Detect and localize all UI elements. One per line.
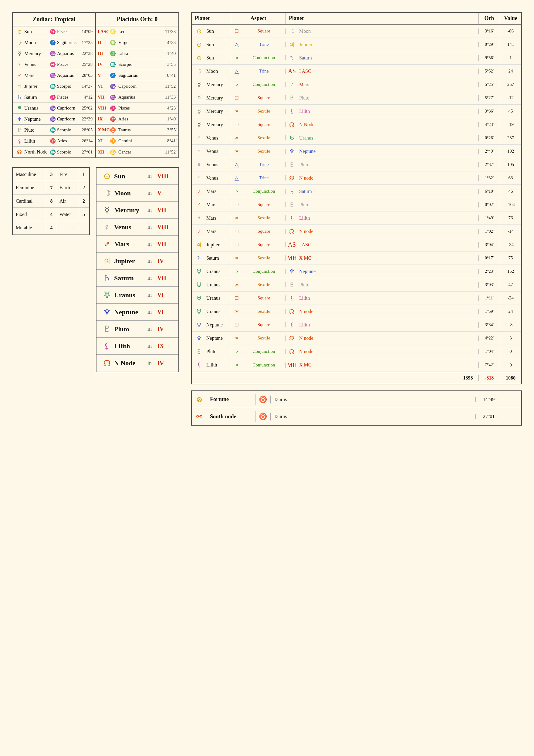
fortune-row: ⚯ South node ♉ Taurus 27°01' (192, 408, 521, 425)
asp-p2-name: Mars (298, 82, 479, 87)
sign-symbol: ♓ (48, 62, 57, 68)
zodiac-house-row: I ASC ♌ Leo 11°33' (96, 26, 178, 37)
aspect-row: ☿ Mercury □ Square ♇ Pluto 5°27' -12 (192, 91, 521, 105)
sign-symbol: ♒ (48, 72, 57, 78)
asp-p2-symbol: ☊ (286, 348, 298, 355)
asp-p2-symbol: ☊ (286, 175, 298, 182)
house-sign-name: Aquarius (118, 94, 160, 100)
modality-count: 3 (46, 170, 57, 179)
house-label: XII (98, 149, 110, 155)
asp-header-planet2: Planet (286, 13, 479, 24)
zodiac-houses: I ASC ♌ Leo 11°33' II ♍ Virgo 4°23' III … (96, 26, 178, 157)
ph-symbol: ♇ (99, 324, 114, 334)
sign-symbol: ♈ (48, 138, 57, 144)
house-sign-name: Virgo (118, 40, 160, 45)
right-column: Planet Aspect Planet Orb Value ⊙ Sun □ S… (191, 12, 522, 426)
asp-p1-symbol: ⊙ (192, 41, 205, 48)
asp-value: 0 (500, 361, 521, 369)
sign-symbol: ♓ (48, 29, 57, 35)
asp-symbol: □ (231, 228, 242, 234)
zodiac-house-row: VIII ♓ Pisces 4°23' (96, 103, 178, 114)
house-degree: 3°55' (160, 62, 176, 67)
house-label: IV (98, 62, 110, 67)
modality-count: 4 (46, 210, 57, 219)
house-label: I ASC (98, 29, 110, 34)
asp-p1-name: Venus (205, 135, 231, 141)
asp-name: Sextile (242, 215, 286, 221)
asp-p2-name: Lilith (298, 322, 479, 328)
asp-symbol: △ (231, 68, 242, 75)
planet-house-row: ♄ Saturn in VII (96, 270, 178, 287)
asp-symbol: ✶ (231, 308, 242, 315)
zodiac-planet-row: ☊ North Node ♏ Scorpio 27°01' (13, 147, 95, 157)
asp-name: Conjunction (242, 363, 286, 368)
planet-symbol: ☽ (14, 40, 24, 46)
planet-house-row: ♃ Jupiter in IV (96, 253, 178, 270)
ph-symbol: ♆ (99, 307, 114, 317)
planet-name: Venus (24, 62, 48, 68)
asp-name: Sextile (242, 256, 286, 260)
zodiac-planet-row: ⊙ Sun ♓ Pisces 14°09' (13, 26, 95, 37)
asp-p2-symbol: ⚸ (286, 321, 298, 329)
ph-name: Moon (114, 189, 147, 197)
asp-p1-name: Mars (205, 189, 231, 194)
modality-row: Feminine 7 Earth 2 (13, 181, 89, 195)
asp-symbol: □ (231, 28, 242, 34)
asp-p1-symbol: ♆ (192, 321, 205, 329)
zodiac-planet-row: ♀ Venus ♓ Pisces 25°28' (13, 59, 95, 70)
house-sign-name: Capricorn (118, 84, 160, 89)
asp-p1-symbol: ♂ (192, 228, 205, 235)
asp-p1-name: Pluto (205, 349, 231, 354)
ph-name: Venus (114, 223, 147, 231)
asp-orb: 0°26' (479, 134, 500, 142)
asp-p2-symbol: ☊ (286, 335, 298, 342)
zodiac-house-row: VII ♒ Aquarius 11°33' (96, 92, 178, 103)
sign-name: Capricorn (57, 106, 77, 111)
house-sign-name: Libra (118, 51, 160, 56)
sign-symbol: ♓ (48, 94, 57, 100)
planet-degree: 28°03' (77, 73, 93, 78)
house-sign-name: Taurus (118, 127, 160, 133)
asp-orb: 5°27' (479, 94, 500, 102)
modality-table: Masculine 3 Fire 1 Feminine 7 Earth 2 Ca… (12, 167, 90, 235)
asp-p1-name: Uranus (205, 282, 231, 287)
zodiac-planet-row: ♆ Neptune ♑ Capricorn 22°39' (13, 114, 95, 125)
modality-label: Mutable (13, 223, 46, 232)
element-label (57, 226, 78, 230)
ph-in: in (147, 343, 157, 349)
asp-value: 47 (500, 281, 521, 288)
planet-name: Jupiter (24, 84, 48, 89)
asp-symbol: ✶ (231, 148, 242, 155)
fortune-sign-sym: ♉ (255, 395, 271, 403)
planet-symbol: ☊ (14, 148, 24, 155)
asp-p1-symbol: ⚸ (192, 361, 205, 368)
asp-value: -12 (500, 94, 521, 102)
fortune-degree: 14°49' (476, 397, 503, 402)
asp-name: Sextile (242, 309, 286, 314)
asp-p2-name: Neptune (298, 148, 479, 154)
planet-name: North Node (24, 149, 48, 155)
asp-p1-symbol: ♆ (192, 335, 205, 342)
ph-in: in (147, 360, 157, 366)
asp-header-aspect: Aspect (231, 13, 286, 24)
asp-orb: 3°34' (479, 321, 500, 329)
planet-name: Mercury (24, 51, 48, 56)
asp-symbol: ⚬ (231, 55, 242, 61)
asp-name: Square (242, 322, 286, 327)
asp-name: Conjunction (242, 55, 286, 60)
asp-value: 75 (500, 254, 521, 262)
asp-orb: 2°37' (479, 161, 500, 168)
sign-symbol: ♏ (48, 83, 57, 89)
asp-orb: 1°04' (479, 348, 500, 355)
fortune-sign-name: Taurus (271, 397, 476, 402)
asp-p1-symbol: ♃ (192, 241, 205, 249)
planet-symbol: ♅ (14, 105, 24, 112)
asp-name: Square (242, 295, 286, 301)
asp-orb: 4°23' (479, 121, 500, 128)
sign-name: Capricorn (57, 117, 77, 122)
asp-orb: 2°49' (479, 148, 500, 155)
element-label: Air (57, 197, 78, 206)
asp-p1-symbol: ♀ (192, 161, 205, 168)
aspect-row: ♃ Jupiter □ Square AS I ASC 3°04' -24 (192, 238, 521, 252)
ph-in: in (147, 309, 157, 315)
